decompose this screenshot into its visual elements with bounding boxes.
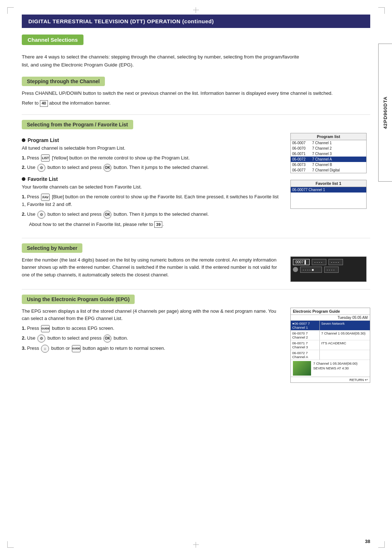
epg-prog-3: IT'S ACADEMIC [320, 340, 370, 350]
table-row: 06-0072 7 Channel A [291, 350, 370, 360]
number-cell-active: 0007 ▌ [293, 259, 310, 265]
crossmark-bottom [193, 542, 199, 548]
nav-icon-fav: ⊙ [37, 211, 45, 219]
epg-step2: 2. Use ⊙ button to select and press OK b… [22, 335, 283, 343]
epg-body: The EPG screen displays a list of the st… [22, 308, 370, 383]
selecting-by-number-heading: Selecting by Number [22, 243, 82, 253]
favorite-list-refer: About how to set the channel in Favorite… [22, 221, 283, 228]
epg-detail-text: 7 Channel 1 05:30AM(06:00) SEVEN NEWS AT… [313, 361, 358, 371]
selecting-by-number-body: Enter the number (the last 4 digits) bas… [22, 256, 370, 282]
epg-ch-2: 06-0070 7 Channel 2 [291, 331, 320, 340]
epg-date: Tuesday 05:05 AM [291, 315, 370, 321]
list-icon: LIST [41, 154, 50, 162]
epg-step1: 1. Press GUIDE button to access EPG scre… [22, 325, 283, 332]
number-entry-display: 0007 ▌ - - - - - - - - - - - - ■ - - - - [290, 256, 367, 282]
table-row: 06-0070 7 Channel 2 7 Channel 1 05:00AM(… [291, 331, 370, 340]
program-list-title: Program list [291, 133, 366, 140]
epg-ch-3: 06-0071 7 Channel 3 [291, 340, 320, 350]
epg-section: Using the Electronic Program Guide (EPG)… [22, 295, 370, 383]
table-row: 06-00737 Channel B [291, 162, 366, 167]
table-row: 06-00077 Channel 1 [291, 140, 366, 146]
stepping-heading: Stepping through the Channel [22, 77, 105, 86]
epg-prog-4 [320, 350, 370, 360]
favorite-list-step1: 1. Press FAV [Blue] button on the remote… [22, 193, 283, 208]
divider-2 [22, 238, 370, 238]
epg-table: Electronic Program Guide Tuesday 05:05 A… [290, 308, 370, 383]
epg-ch-1: ●06-0007 7 Channel 1 [291, 321, 320, 330]
ok-icon-fav: OK [103, 211, 111, 219]
favorite-list-step2: 2. Use ⊙ button to select and press OK b… [22, 211, 283, 219]
divider-3 [22, 289, 370, 289]
favorite-list-desc: Your favorite channels can be selected f… [22, 183, 283, 191]
corner-br [378, 541, 385, 548]
number-entry-row1: 0007 ▌ - - - - - - - - [293, 259, 364, 265]
fav-icon: FAV [41, 194, 50, 201]
program-list-section: Program List All tuned channel is select… [22, 133, 370, 231]
guide-icon-2: GUIDE [72, 345, 81, 352]
program-list-step2: 2. Use ⊙ button to select and press OK b… [22, 164, 283, 172]
corner-tl [7, 7, 14, 14]
number-cell-4: - - - - [324, 267, 339, 273]
epg-table-image: Electronic Program Guide Tuesday 05:05 A… [290, 308, 370, 383]
selecting-by-number-section: Selecting by Number Enter the number (th… [22, 243, 370, 282]
side-label: 42PD960DTA [378, 44, 392, 182]
epg-detail-row: 7 Channel 1 05:30AM(06:00) SEVEN NEWS AT… [293, 361, 368, 376]
epg-prog-1: Seven Network [320, 321, 370, 330]
home-icon: ⌂ [41, 345, 49, 353]
favorite-list-table: Favorite list 1 06-00077 Channel 1 [290, 180, 367, 209]
epg-return: RETURN ↩ [291, 377, 370, 382]
channel-selections-section: Channel Selections [22, 35, 370, 49]
program-list-text: Program List All tuned channel is select… [22, 133, 283, 231]
page-container: 42PD960DTA DIGITAL TERRESTRIAL TELEVISIO… [0, 0, 392, 555]
guide-icon-1: GUIDE [41, 325, 50, 332]
epg-table-title: Electronic Program Guide [291, 308, 370, 315]
intro-text: There are 4 ways to select the channels:… [22, 53, 305, 69]
table-row: 06-00777 Channel Digital [291, 167, 366, 173]
number-entry-image: 0007 ▌ - - - - - - - - - - - - ■ - - - - [290, 256, 370, 282]
nav-icon-epg: ⊙ [37, 335, 45, 343]
favorite-list-title: Favorite list 1 [291, 180, 366, 187]
number-icon [293, 267, 298, 272]
table-row: 06-00727 Channel A [291, 157, 366, 162]
nav-icon-program: ⊙ [37, 164, 45, 172]
ok-icon-epg: OK [103, 335, 111, 343]
number-cell-3: - - - - [328, 259, 343, 265]
program-list-desc: All tuned channel is selectable from Pro… [22, 145, 283, 152]
epg-prog-2: 7 Channel 1 05:00AM(05:30) [320, 331, 370, 340]
corner-bl [7, 541, 14, 548]
table-row: ●06-0007 7 Channel 1 Seven Network [291, 321, 370, 331]
page-number: 38 [365, 539, 370, 544]
program-list-step1: 1. Press LIST [Yellow] button on the rem… [22, 154, 283, 162]
epg-heading: Using the Electronic Program Guide (EPG) [22, 295, 135, 304]
stepping-body: Press CHANNEL UP/DOWN button to switch t… [22, 90, 370, 97]
favorite-heading: Selecting from the Program / Favorite Li… [22, 120, 133, 129]
number-cell-bar: - - - - ■ [300, 267, 322, 273]
table-row: 06-00707 Channel 2 [291, 146, 366, 151]
table-row: 06-00077 Channel 1 [291, 187, 366, 193]
bullet-dot-favorite [22, 177, 25, 181]
table-row: 06-00717 Channel 3 [291, 151, 366, 157]
fav-refer-num: 39 [154, 221, 162, 228]
number-cell-2: - - - - [312, 259, 326, 265]
stepping-refer: Refer to 40 about the information banner… [22, 100, 370, 107]
corner-tr [378, 7, 385, 14]
epg-step3: 3. Press ⌂ button or GUIDE button again … [22, 345, 283, 353]
divider-1 [22, 114, 370, 115]
favorite-list-heading: Favorite List [22, 176, 283, 182]
stepping-section: Stepping through the Channel Press CHANN… [22, 77, 370, 107]
bullet-dot-program [22, 138, 25, 142]
epg-ch-4: 06-0072 7 Channel A [291, 350, 320, 360]
number-entry-row2: - - - - ■ - - - - [293, 267, 364, 273]
selecting-by-number-text: Enter the number (the last 4 digits) bas… [22, 256, 283, 281]
program-favorite-tables: Program list 06-00077 Channel 1 06-00707… [290, 133, 370, 209]
favorite-section: Selecting from the Program / Favorite Li… [22, 120, 370, 231]
table-empty-space [291, 193, 366, 207]
program-list-heading: Program List [22, 137, 283, 143]
epg-detail: 7 Channel 1 05:30AM(06:00) SEVEN NEWS AT… [291, 360, 370, 377]
page-header: DIGITAL TERRESTRIAL TELEVISION (DTT) OPE… [22, 15, 370, 28]
program-list-table: Program list 06-00077 Channel 1 06-00707… [290, 133, 367, 173]
ok-icon-program: OK [103, 164, 111, 172]
epg-text: The EPG screen displays a list of the st… [22, 308, 283, 355]
stepping-refer-num: 40 [40, 100, 48, 107]
table-row: 06-0071 7 Channel 3 IT'S ACADEMIC [291, 340, 370, 350]
